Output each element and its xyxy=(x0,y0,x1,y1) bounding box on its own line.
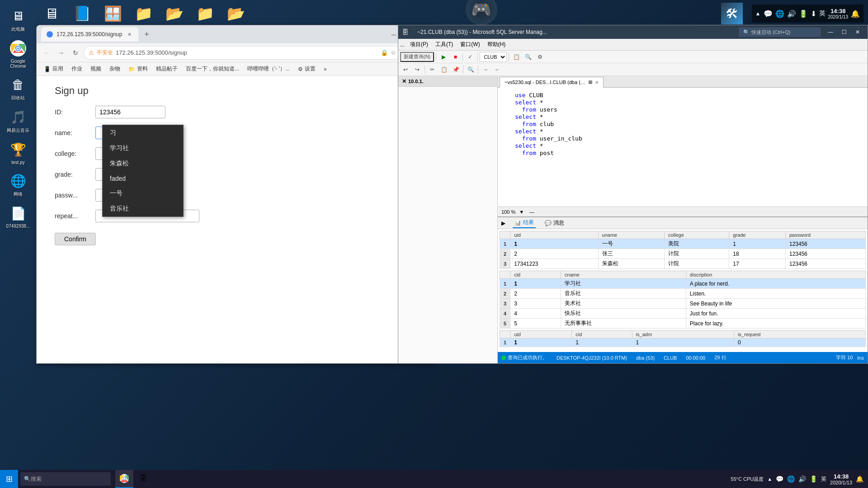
tray-msg-icon[interactable]: 💬 xyxy=(776,475,783,483)
toolbar-btn3[interactable]: ⚙ xyxy=(534,52,545,62)
paste-button[interactable]: 📌 xyxy=(450,65,461,75)
bookmark-misc[interactable]: 杂物 xyxy=(106,64,124,74)
ssms-close-button[interactable]: ✕ xyxy=(851,27,864,37)
tray-notification[interactable]: 🔔 xyxy=(851,9,860,18)
music-icon: 🎵 xyxy=(9,108,27,126)
autocomplete-item-1[interactable]: 学习社 xyxy=(103,141,183,156)
oe-close-button[interactable]: ✕ xyxy=(402,78,406,84)
results-tab-messages[interactable]: 💬 消息 xyxy=(543,218,566,228)
parse-button[interactable]: ✓ xyxy=(465,52,476,62)
redo-button[interactable]: ↪ xyxy=(412,65,423,75)
bookmark-posts[interactable]: 精品帖子 xyxy=(152,64,181,74)
bookmark-homework[interactable]: 作业 xyxy=(68,64,86,74)
desktop-icon-folder2[interactable]: 📂 xyxy=(164,3,185,24)
tray-hide-icon[interactable]: ▲ xyxy=(767,476,772,482)
tray-notif-icon[interactable]: 🔔 xyxy=(856,475,863,483)
ssms-restore-button[interactable]: ☐ xyxy=(838,27,850,37)
tray-arrow-icon[interactable]: ▲ xyxy=(755,10,761,17)
back-button[interactable]: ← xyxy=(40,47,53,59)
bookmark-icon[interactable]: 🔒 xyxy=(381,49,388,56)
reload-button[interactable]: ↻ xyxy=(69,47,82,59)
chrome-tab-active[interactable]: 172.26.125.39:5000/signup ✕ xyxy=(41,27,138,42)
results-expand-icon[interactable]: ▶ xyxy=(501,220,505,226)
ssms-menu-window[interactable]: 窗口(W) xyxy=(457,40,483,49)
new-tab-button[interactable]: + xyxy=(140,28,153,41)
results-tab-results[interactable]: 📊 结果 xyxy=(513,218,536,228)
taskbar-chrome-app[interactable] xyxy=(115,470,133,488)
desktop-icon-music[interactable]: 🎵 网易云音乐 xyxy=(2,106,34,136)
bookmark-more[interactable]: » xyxy=(320,65,330,73)
tray-network-icon[interactable]: 🌐 xyxy=(775,9,784,18)
tray-net-icon[interactable]: 🌐 xyxy=(787,475,795,483)
desktop-icon-pdf[interactable]: 📄 07492938... xyxy=(2,202,34,231)
tray-volume-icon[interactable]: 🔊 xyxy=(787,9,796,18)
desktop-icon-chrome[interactable]: Google Chrome xyxy=(2,37,34,71)
bookmark-resources[interactable]: 📁 资料 xyxy=(125,64,151,74)
tray-clock[interactable]: 14:38 2020/1/13 xyxy=(828,8,849,19)
tray-input-method[interactable]: 英 xyxy=(819,9,826,18)
tab-close-button[interactable]: ✕ xyxy=(126,31,133,38)
ssms-minimize-button[interactable]: — xyxy=(824,27,837,37)
bookmark-settings[interactable]: ⚙ 设置 xyxy=(294,64,319,74)
undo-button[interactable]: ↩ xyxy=(400,65,411,75)
indent-button[interactable]: → xyxy=(480,65,491,75)
desktop-icon-recycle[interactable]: 🗑 回收站 xyxy=(2,73,34,103)
desktop-icon-mypc[interactable]: 🖥 此电脑 xyxy=(2,5,34,35)
new-query-button[interactable]: 新建查询(N) xyxy=(400,52,434,62)
bookmark-apps[interactable]: 📱 应用 xyxy=(40,64,67,74)
tray-download-icon[interactable]: ⬇ xyxy=(811,9,816,18)
bookmark-video[interactable]: 视频 xyxy=(87,64,105,74)
desktop-icon-logo[interactable]: 🪟 xyxy=(102,3,124,24)
taskbar-search-box[interactable]: 🔍 搜索 xyxy=(20,472,111,486)
autocomplete-item-2[interactable]: 朱森松 xyxy=(103,156,183,171)
dev-icon[interactable]: 🛠 xyxy=(721,3,743,24)
id-input[interactable] xyxy=(95,106,165,118)
tray-battery-icon[interactable]: 🔋 xyxy=(799,9,808,18)
tray-bat-icon[interactable]: 🔋 xyxy=(810,475,817,483)
bookmark-baidu[interactable]: 百度一下，你就知道... xyxy=(182,64,243,74)
ssms-menu-tools[interactable]: 工具(T) xyxy=(432,40,457,49)
autocomplete-item-4[interactable]: 一号 xyxy=(103,186,183,201)
taskbar-ssms-app[interactable]: 🗄 xyxy=(134,470,152,488)
desktop-icon-folder3[interactable]: 📁 xyxy=(194,3,216,24)
ssms-menu-project[interactable]: 项目(P) xyxy=(406,40,432,49)
tray-input-icon[interactable]: 英 xyxy=(821,475,826,483)
database-selector[interactable]: CLUB xyxy=(480,52,507,62)
ssms-quick-launch[interactable]: 🔍 快速启动 (Ctrl+Q) xyxy=(739,28,821,37)
start-button[interactable]: ⊞ xyxy=(0,470,18,488)
execute-button[interactable]: ▶ xyxy=(438,52,449,62)
desktop-icon-test[interactable]: 🏆 test.py xyxy=(2,138,34,167)
address-bar[interactable]: ⚠ 不安全 172.26.125.39:5000/signup 🔒 ☆ xyxy=(84,46,401,60)
desktop-icon-mycomputer[interactable]: 🖥 xyxy=(41,3,62,24)
ssms-editor-content[interactable]: use CLUB select * from users select * xyxy=(498,88,868,206)
bookmark-bilibili[interactable]: 哔哩哔哩（'- '）... xyxy=(244,64,293,74)
autocomplete-item-3[interactable]: faded xyxy=(103,171,183,186)
outdent-button[interactable]: ← xyxy=(492,65,503,75)
autocomplete-item-5[interactable]: 音乐社 xyxy=(103,201,183,216)
tray-chat-icon[interactable]: 💬 xyxy=(764,9,773,18)
desktop-icon-folder1[interactable]: 📁 xyxy=(133,3,155,24)
confirm-button[interactable]: Confirm xyxy=(55,233,96,245)
toolbar-btn1[interactable]: 📋 xyxy=(511,52,522,62)
quick-launch-text: 快速启动 (Ctrl+Q) xyxy=(751,29,790,36)
autocomplete-item-0[interactable]: 习 xyxy=(103,125,183,141)
star-icon[interactable]: ☆ xyxy=(391,49,396,56)
tray-vol-icon[interactable]: 🔊 xyxy=(798,475,806,483)
find-button[interactable]: 🔍 xyxy=(465,65,476,75)
table-row: 1 1 一号 美院 1 123456 xyxy=(500,239,866,249)
forward-button[interactable]: → xyxy=(55,47,67,59)
desktop-icon-word[interactable]: 📘 xyxy=(71,3,93,24)
sql-line-9: from post xyxy=(501,150,864,156)
zoom-dropdown-icon[interactable]: ▼ xyxy=(519,209,524,215)
ssms-menu-help[interactable]: 帮助(H) xyxy=(484,40,509,49)
cut-button[interactable]: ✂ xyxy=(427,65,438,75)
editor-tab-vs5230[interactable]: ~vs5230.sql - DES...I.CLUB (dba (53)) ✕ xyxy=(500,77,604,88)
toolbar-btn2[interactable]: 🔍 xyxy=(523,52,533,62)
taskbar-clock[interactable]: 14:38 2020/1/13 xyxy=(830,473,852,485)
zoom-slider-icon[interactable]: — xyxy=(529,209,534,215)
copy-button[interactable]: 📋 xyxy=(439,65,449,75)
editor-tab-close-button[interactable]: ✕ xyxy=(595,80,599,85)
stop-button[interactable]: ■ xyxy=(450,52,461,62)
desktop-icon-network[interactable]: 🌐 网络 xyxy=(2,169,34,200)
desktop-icon-folder4[interactable]: 📂 xyxy=(225,3,247,24)
